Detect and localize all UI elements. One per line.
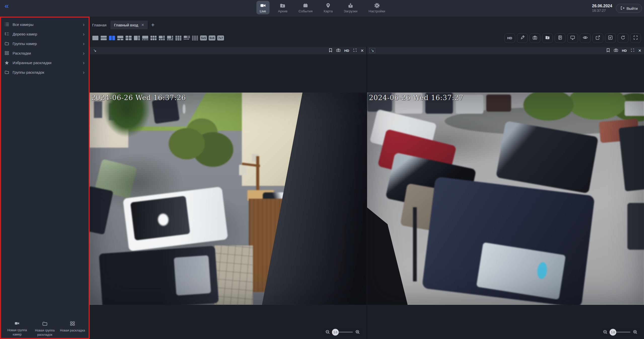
hd-badge[interactable]: HD bbox=[622, 49, 627, 53]
sidebar-item-label: Группы раскладок bbox=[13, 70, 44, 74]
folder-icon bbox=[4, 70, 9, 74]
zoom-out-button[interactable] bbox=[325, 330, 330, 334]
tile-fullscreen-icon[interactable] bbox=[353, 48, 357, 53]
tile-close-icon[interactable]: ✕ bbox=[638, 48, 641, 53]
new-camera-group-button[interactable]: Новая группа камер bbox=[4, 321, 31, 337]
zoom-handle[interactable]: 1.0 bbox=[332, 329, 339, 335]
nav-map-label: Карта bbox=[324, 9, 333, 13]
zoom-slider[interactable]: 1.0 bbox=[610, 332, 630, 332]
resize-se-icon[interactable]: ↘ bbox=[92, 48, 97, 53]
archive-folder-icon bbox=[545, 35, 550, 41]
datetime: 26.06.2024 16:37:27 bbox=[592, 4, 612, 13]
new-layout-group-label: Новая группа раскладок bbox=[31, 328, 58, 337]
tab-add-button[interactable]: + bbox=[148, 21, 158, 29]
layout-option-3x2[interactable] bbox=[150, 35, 157, 41]
bookmark-icon[interactable] bbox=[606, 48, 610, 53]
logout-button[interactable]: Выйти bbox=[616, 4, 642, 13]
nav-archive-label: Архив bbox=[278, 9, 287, 13]
collapse-window-icon bbox=[608, 35, 613, 41]
tab-home[interactable]: Главная bbox=[90, 21, 110, 29]
zoom-control: 1.0 bbox=[323, 328, 363, 336]
layout-option-single[interactable] bbox=[92, 35, 99, 41]
new-layout-button[interactable]: Новая раскладка bbox=[59, 321, 86, 337]
sidebar-item-camera-tree[interactable]: Дерево камер › bbox=[1, 29, 89, 39]
layout-option-5x5[interactable]: 5x5 bbox=[200, 35, 207, 40]
live-camera-icon bbox=[260, 3, 266, 9]
sidebar-item-all-cameras[interactable]: Все камеры › bbox=[1, 20, 89, 29]
video-tile-1-body: 2024-06-26 Wed 16:37:26 1.0 bbox=[90, 54, 366, 339]
snapshot-button[interactable] bbox=[529, 33, 540, 43]
layout-option-7x7[interactable]: 7x7 bbox=[217, 35, 224, 40]
layout-option-1-plus-4[interactable] bbox=[142, 35, 148, 41]
hd-quality-button[interactable]: HD bbox=[504, 33, 515, 43]
sidebar-item-favorite-layouts[interactable]: Избранные раскладки › bbox=[1, 58, 89, 67]
export-button[interactable] bbox=[592, 33, 603, 43]
window-resize-button[interactable] bbox=[605, 33, 616, 43]
nav-events[interactable]: События bbox=[296, 1, 315, 14]
sidebar-item-layout-groups[interactable]: Группы раскладок › bbox=[1, 67, 89, 77]
downloads-icon bbox=[348, 3, 354, 9]
chevron-right-icon: › bbox=[83, 22, 85, 27]
layout-option-2-cols-active[interactable] bbox=[109, 35, 115, 41]
tab-bar: Главная Главный вход ✕ + bbox=[90, 17, 644, 29]
logout-icon bbox=[620, 6, 625, 11]
tab-main-entrance[interactable]: Главный вход ✕ bbox=[110, 21, 148, 29]
layout-options: 5x5 6x6 7x7 bbox=[92, 35, 224, 41]
hd-badge[interactable]: HD bbox=[344, 49, 349, 53]
archive-view-button[interactable] bbox=[542, 33, 553, 43]
layout-option-6x6[interactable]: 6x6 bbox=[209, 35, 215, 40]
zoom-in-button[interactable] bbox=[355, 330, 360, 334]
archive-folder-icon bbox=[280, 3, 286, 9]
clear-layout-button[interactable] bbox=[517, 33, 528, 43]
nav-live-label: Live bbox=[260, 9, 266, 13]
timestamp-overlay: 2024-06-26 Wed 16:37:27 bbox=[369, 94, 464, 102]
eye-icon bbox=[583, 35, 588, 41]
sidebar-item-label: Раскладки bbox=[13, 51, 31, 55]
layout-option-1-plus-7[interactable] bbox=[167, 35, 173, 41]
resize-se-icon[interactable]: ↘ bbox=[370, 48, 375, 53]
snapshot-icon[interactable] bbox=[614, 48, 618, 53]
layout-option-1-plus-8[interactable] bbox=[183, 35, 190, 41]
chevron-right-icon: › bbox=[83, 60, 85, 65]
layout-option-4x4[interactable] bbox=[192, 35, 198, 41]
fullscreen-button[interactable] bbox=[630, 33, 641, 43]
layout-option-1-plus-5[interactable] bbox=[159, 35, 165, 41]
camera-stream-1[interactable]: 2024-06-26 Wed 16:37:26 bbox=[90, 93, 366, 305]
sidebar-item-layouts[interactable]: Раскладки › bbox=[1, 48, 89, 58]
chevron-right-icon: › bbox=[83, 41, 85, 46]
layout-option-1-plus-2[interactable] bbox=[117, 35, 124, 41]
zoom-out-button[interactable] bbox=[603, 330, 608, 334]
sidebar-footer: Новая группа камер Новая группа раскладо… bbox=[1, 321, 89, 337]
refresh-button[interactable] bbox=[618, 33, 628, 43]
nav-live[interactable]: Live bbox=[256, 1, 269, 14]
sidebar-item-camera-groups[interactable]: Группы камер › bbox=[1, 39, 89, 48]
nav-downloads[interactable]: Загрузки bbox=[341, 1, 360, 14]
display-button[interactable] bbox=[567, 33, 578, 43]
camera-stream-2[interactable]: 2024-06-26 Wed 16:37:27 bbox=[367, 93, 644, 305]
layout-option-2x2[interactable] bbox=[125, 35, 132, 41]
tile-close-icon[interactable]: ✕ bbox=[361, 48, 364, 53]
nav-archive[interactable]: Архив bbox=[275, 1, 290, 14]
tile-fullscreen-icon[interactable] bbox=[631, 48, 634, 53]
sidebar-collapse-button[interactable]: « bbox=[5, 2, 9, 10]
visibility-button[interactable] bbox=[580, 33, 591, 43]
new-layout-label: Новая раскладка bbox=[60, 328, 85, 333]
bookmark-icon[interactable] bbox=[329, 48, 332, 53]
snapshot-icon[interactable] bbox=[336, 48, 340, 53]
grid-icon bbox=[4, 51, 9, 55]
tree-icon bbox=[4, 32, 9, 36]
layout-option-1-side-3[interactable] bbox=[134, 35, 140, 41]
layout-option-3x3[interactable] bbox=[175, 35, 182, 41]
journal-button[interactable] bbox=[555, 33, 565, 43]
nav-settings[interactable]: Настройки bbox=[366, 1, 388, 14]
nav-map[interactable]: Карта bbox=[321, 1, 335, 14]
zoom-slider[interactable]: 1.0 bbox=[333, 332, 353, 332]
zoom-control: 1.0 bbox=[600, 328, 640, 336]
camera-photo-icon bbox=[532, 35, 538, 41]
tab-home-label: Главная bbox=[92, 23, 106, 27]
zoom-in-button[interactable] bbox=[633, 330, 638, 334]
layout-option-2-rows[interactable] bbox=[100, 35, 107, 41]
tab-close-icon[interactable]: ✕ bbox=[141, 23, 144, 27]
zoom-handle[interactable]: 1.0 bbox=[610, 329, 616, 335]
new-layout-group-button[interactable]: Новая группа раскладок bbox=[31, 321, 58, 337]
